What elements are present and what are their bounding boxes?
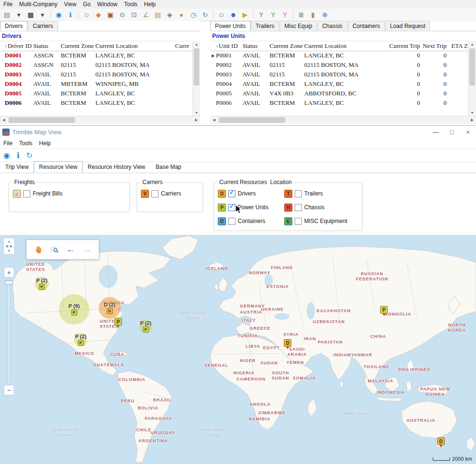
pan-left-icon[interactable]: ◀	[6, 244, 8, 249]
pan-right-icon[interactable]: ▶	[10, 244, 12, 249]
resource-toggle[interactable]: T Trailers	[284, 188, 358, 199]
zoom-slider-handle[interactable]	[5, 280, 13, 285]
web-icon[interactable]: ◉	[53, 10, 64, 20]
unit-row[interactable]: P0002 AVAIL 02115 02115 BOSTON, MA 0 0	[210, 60, 474, 70]
checkbox[interactable]	[295, 190, 302, 197]
unit-row[interactable]: P0004 AVAIL BCTERM LANGLEY, BC 0 0	[210, 79, 474, 89]
carriers-toggle[interactable]: V Carriers	[141, 188, 199, 199]
unit-row[interactable]: P0003 AVAIL 02115 02115 BOSTON, MA 0 0	[210, 70, 474, 79]
map-web-icon[interactable]: ◉	[1, 149, 12, 161]
tab[interactable]: Resource View	[34, 161, 82, 173]
tab[interactable]: Base Map	[150, 161, 187, 173]
scrollbar-thumb[interactable]	[469, 48, 475, 85]
menu-item[interactable]: Tools	[16, 138, 36, 148]
checkbox[interactable]	[295, 204, 302, 211]
menu-item[interactable]: Go	[80, 0, 94, 9]
books-icon[interactable]: ≣	[296, 10, 307, 20]
refresh-icon[interactable]: ↻	[200, 10, 211, 20]
unit-row[interactable]: P0001 AVAIL BCTERM LANGLEY, BC 0 0	[210, 51, 474, 60]
measure-icon[interactable]: ∠	[140, 10, 151, 20]
history-forward-button[interactable]: →	[82, 244, 92, 255]
zoom-icon[interactable]: ⊙	[117, 10, 128, 20]
display-menu-icon[interactable]: ▦	[25, 10, 36, 20]
maximize-button[interactable]: □	[444, 126, 460, 138]
menu-item[interactable]: Multi-Company	[16, 0, 61, 9]
pan-down-icon[interactable]: ▼	[8, 249, 11, 253]
scrollbar-thumb[interactable]	[9, 117, 75, 123]
menu-item[interactable]: Help	[141, 0, 159, 9]
user-icon[interactable]: ☺	[216, 10, 227, 20]
zoom-box-button[interactable]	[49, 244, 60, 255]
search-globe-icon[interactable]: ⊕	[319, 10, 330, 20]
scroll-down-icon[interactable]: ▼	[193, 109, 200, 116]
scroll-left-icon[interactable]: ◀	[0, 116, 8, 124]
driver-row[interactable]: D0001 ASSGN BCTERM LANGLEY, BC	[0, 51, 175, 60]
map-pin-marker[interactable]: D	[284, 339, 291, 349]
tab[interactable]: Trailers	[251, 21, 280, 31]
zoom-out-button[interactable]: −	[4, 385, 14, 395]
menu-item[interactable]: View	[61, 0, 80, 9]
map-info-icon[interactable]: ℹ	[12, 149, 24, 161]
map-pin-marker[interactable]: P	[114, 318, 122, 328]
scroll-up-icon[interactable]: ▲	[193, 41, 200, 47]
tab[interactable]: Carriers	[28, 21, 58, 31]
zoom-slider-track[interactable]	[8, 278, 10, 384]
users-icon[interactable]: ☻	[228, 10, 239, 20]
scroll-up-icon[interactable]: ▲	[468, 41, 476, 47]
close-button[interactable]: ×	[460, 126, 476, 138]
checkbox[interactable]	[295, 218, 302, 225]
tab[interactable]: Drivers	[0, 21, 28, 31]
scroll-down-icon[interactable]: ▼	[468, 109, 476, 116]
minimize-button[interactable]: —	[428, 126, 444, 138]
resource-toggle[interactable]: O Containers	[218, 216, 284, 226]
unit-row[interactable]: P0006 AVAIL BCTERM LANGLEY, BC 0 0	[210, 98, 474, 108]
checkbox[interactable]	[228, 218, 235, 225]
driver-row[interactable]: D0006 AVAIL BCTERM LANGLEY, BC	[0, 98, 175, 108]
checkbox[interactable]	[23, 190, 30, 197]
zoom-area-icon[interactable]: ⊡	[129, 10, 140, 20]
truck-icon[interactable]: ▣	[105, 10, 116, 20]
menu-item[interactable]: File	[0, 138, 16, 148]
drivers-vertical-scrollbar[interactable]: ▲ ▼	[192, 41, 200, 116]
hamburger-icon[interactable]: ●	[176, 10, 187, 20]
zoom-in-button[interactable]: +	[4, 267, 14, 278]
checkbox[interactable]	[228, 204, 235, 211]
scroll-right-icon[interactable]: ▶	[468, 116, 476, 124]
new-document-menu-icon[interactable]: ▤	[1, 10, 12, 20]
units-vertical-scrollbar[interactable]: ▲ ▼	[468, 41, 476, 116]
resource-toggle[interactable]: P Power Units	[218, 202, 284, 213]
resource-toggle[interactable]: D Drivers	[218, 188, 284, 199]
resource-toggle[interactable]: E MISC Equipment	[284, 216, 358, 226]
driver-row[interactable]: D0005 AVAIL BCTERM LANGLEY, BC	[0, 89, 175, 98]
database-icon[interactable]: ▮	[308, 10, 318, 20]
filter-map-icon[interactable]: Y	[280, 10, 290, 20]
world-map[interactable]: UNITED STATESICELANDNORWAYFINLANDRUSSIAN…	[0, 235, 476, 464]
scrollbar-thumb[interactable]	[194, 48, 199, 85]
driver-row[interactable]: D0004 AVAIL MBTERM WINNIPEG, MB	[0, 79, 175, 89]
time-zone-icon[interactable]: ◷	[188, 10, 199, 20]
checkbox[interactable]	[228, 190, 235, 197]
info-icon[interactable]: ℹ	[65, 10, 76, 20]
filter-trips-icon[interactable]: Y	[256, 10, 267, 20]
map-pin-marker[interactable]: P	[380, 306, 388, 316]
scroll-left-icon[interactable]: ◀	[210, 116, 218, 124]
menu-item[interactable]: Help	[36, 138, 54, 148]
resource-toggle[interactable]: H Chassis	[284, 202, 358, 213]
send-icon[interactable]: ▶	[240, 10, 251, 20]
ledger-icon[interactable]: ▤	[152, 10, 163, 20]
unit-row[interactable]: P0005 AVAIL V4X 0B3 ABBOTSFORD, BC 0 0	[210, 89, 474, 98]
menu-item[interactable]: File	[0, 0, 16, 9]
history-back-button[interactable]: ←	[65, 244, 76, 255]
scroll-right-icon[interactable]: ▶	[193, 116, 200, 124]
tab[interactable]: Chassis	[317, 21, 347, 31]
menu-item[interactable]: Window	[94, 0, 121, 9]
menu-item[interactable]: Tools	[121, 0, 141, 9]
tab[interactable]: Power Units	[210, 21, 251, 31]
units-horizontal-scrollbar[interactable]: ◀ ▶	[210, 116, 476, 124]
map-pin-marker[interactable]: D	[437, 437, 445, 447]
tab[interactable]: Containers	[348, 21, 385, 31]
tab[interactable]: Load Request	[385, 21, 430, 31]
badge-icon[interactable]: ◈	[164, 10, 175, 20]
freight-bills-toggle[interactable]: ⌂ Freight Bills	[13, 188, 126, 199]
drivers-horizontal-scrollbar[interactable]: ◀ ▶	[0, 116, 200, 124]
